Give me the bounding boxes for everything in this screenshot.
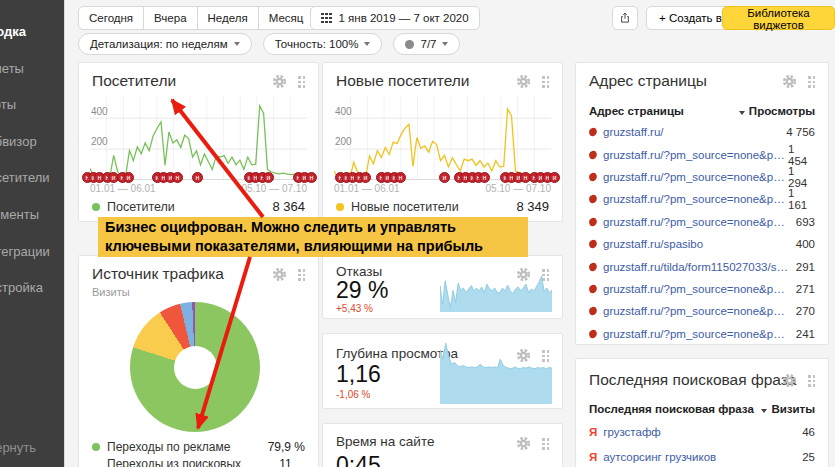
sort-desc-icon xyxy=(739,111,745,115)
period-tab-4[interactable]: Месяц xyxy=(258,6,315,30)
sidebar-item-4[interactable]: Вебвизор xyxy=(0,134,37,149)
widget-library-button[interactable]: Библиотека виджетов xyxy=(722,6,835,30)
drag-handle-icon[interactable] xyxy=(298,269,305,281)
page-url-link[interactable]: gruzstaff.ru/?pm_source=none&pm_b... xyxy=(603,283,788,295)
table-row: gruzstaff.ru/?pm_source=none&pm_b...1 29… xyxy=(589,166,815,188)
comment-marker[interactable]: и xyxy=(123,172,134,183)
x-axis-labels: 01.01 — 06.01 05.10 — 07.10 xyxy=(90,183,307,194)
page-url-link[interactable]: gruzstaff.ru/spasibo xyxy=(603,238,703,250)
widget-subtitle: Визиты xyxy=(92,286,130,298)
views-value: 291 xyxy=(796,261,815,273)
views-value: 1 294 xyxy=(788,165,815,189)
gear-icon[interactable] xyxy=(272,267,287,286)
column-value: Просмотры xyxy=(749,105,815,117)
export-button[interactable] xyxy=(612,6,638,30)
page-url-link[interactable]: gruzstaff.ru/?pm_source=none&pm_b... xyxy=(603,171,788,183)
y-tick: 200 xyxy=(335,136,352,147)
gear-icon[interactable] xyxy=(272,74,287,93)
site-favicon-icon xyxy=(588,149,598,159)
page-url-link[interactable]: gruzstaff.ru/tilda/form115027033/su... xyxy=(603,261,788,273)
comments-dropdown[interactable]: 7/7 xyxy=(393,33,460,55)
speech-bubble-icon xyxy=(405,40,414,49)
views-value: 241 xyxy=(796,328,815,340)
comment-marker[interactable]: и xyxy=(439,172,450,183)
calendar-icon xyxy=(321,13,332,24)
page-url-link[interactable]: gruzstaff.ru/?pm_source=none&pm_b... xyxy=(603,149,788,161)
widget-depth: Глубина просмотра 1,16 -1,06 % xyxy=(322,333,563,409)
date-range-button[interactable]: 1 янв 2019 — 7 окт 2020 xyxy=(310,6,480,30)
sidebar-item-3[interactable]: Карты xyxy=(0,97,16,112)
drag-handle-icon[interactable] xyxy=(298,76,305,88)
visits-value: 25 xyxy=(802,451,815,463)
metrica-dashboard: СводкаОтчетыКартыВебвизорПосетителиСегме… xyxy=(0,0,835,467)
comment-marker[interactable]: н xyxy=(479,172,490,183)
sidebar-collapse-button[interactable]: Свернуть xyxy=(0,440,36,455)
column-sort[interactable]: Просмотры xyxy=(739,105,815,117)
comment-marker[interactable]: н xyxy=(192,172,203,183)
column-sort[interactable]: Визиты xyxy=(761,403,815,415)
widget-title: Источник трафика xyxy=(92,265,224,283)
table-row: gruzstaff.ru/?pm_source=none&pm_b...1 16… xyxy=(589,188,815,210)
x-label-end: 05.10 — 07.10 xyxy=(485,183,551,194)
legend-value: 79,9 % xyxy=(268,440,305,454)
period-tab-2[interactable]: Вчера xyxy=(143,6,197,30)
sidebar-item-2[interactable]: Отчеты xyxy=(0,61,24,76)
search-phrase-link[interactable]: грузстафф xyxy=(603,426,661,438)
sidebar-item-8[interactable]: Настройка xyxy=(0,280,43,295)
period-tab-3[interactable]: Неделя xyxy=(197,6,259,30)
search-phrase-link[interactable]: аутсорсинг грузчиков xyxy=(603,451,716,463)
table-row: gruzstaff.ru/?pm_source=none&pm_b...270 xyxy=(589,300,815,322)
gear-icon[interactable] xyxy=(782,74,797,93)
drag-handle-icon[interactable] xyxy=(808,375,815,387)
widget-bounce: Отказы 29 % +5,43 % xyxy=(322,255,563,319)
series-dot-icon xyxy=(92,203,100,211)
comment-marker[interactable]: и xyxy=(549,172,560,183)
legend-row: Новые посетители 8 349 xyxy=(336,199,549,214)
table-row: gruzstaff.ru/spasibo400 xyxy=(589,233,815,255)
new-visitors-line-chart[interactable] xyxy=(334,95,551,180)
gear-icon[interactable] xyxy=(782,373,797,392)
gear-icon[interactable] xyxy=(516,74,531,93)
comment-marker[interactable]: н xyxy=(306,172,317,183)
total-value: 8 364 xyxy=(272,199,305,214)
sidebar-item-6[interactable]: Сегменты xyxy=(0,207,39,222)
sidebar-item-1[interactable]: Сводка xyxy=(0,24,26,39)
page-url-link[interactable]: gruzstaff.ru/?pm_source=none&pm_b... xyxy=(603,328,788,340)
x-axis-labels: 01.01 — 06.01 05.10 — 07.10 xyxy=(334,183,551,194)
widget-last-phrase: Последняя поисковая фраза Последняя поис… xyxy=(575,358,829,467)
page-url-link[interactable]: gruzstaff.ru/?pm_source=none&pm_b... xyxy=(603,216,788,228)
sidebar-item-5[interactable]: Посетители xyxy=(0,170,50,185)
table-row: gruzstaff.ru/?pm_source=none&pm_b...271 xyxy=(589,278,815,300)
bounce-delta: +5,43 % xyxy=(336,303,373,314)
comment-marker[interactable]: н xyxy=(172,172,183,183)
period-tab-1[interactable]: Сегодня xyxy=(78,6,144,30)
precision-dropdown[interactable]: Точность: 100% xyxy=(263,33,383,55)
gear-icon[interactable] xyxy=(516,436,531,455)
time-value: 0:45 xyxy=(336,452,381,467)
column-value: Визиты xyxy=(771,403,815,415)
table-row: gruzstaff.ru/4 756 xyxy=(589,121,815,143)
drag-handle-icon[interactable] xyxy=(542,76,549,88)
visitors-line-chart[interactable] xyxy=(90,95,307,180)
views-value: 4 756 xyxy=(786,126,815,138)
depth-value: 1,16 xyxy=(336,361,381,388)
page-url-link[interactable]: gruzstaff.ru/?pm_source=none&pm_b... xyxy=(603,305,788,317)
detail-dropdown[interactable]: Детализация: по неделям xyxy=(78,33,252,55)
x-label-start: 01.01 — 06.01 xyxy=(90,183,156,194)
page-url-link[interactable]: gruzstaff.ru/?pm_source=none&pm_b... xyxy=(603,193,788,205)
page-url-link[interactable]: gruzstaff.ru/ xyxy=(603,126,664,138)
comment-marker[interactable]: и xyxy=(360,172,371,183)
site-favicon-icon xyxy=(588,172,598,182)
comment-marker[interactable]: н xyxy=(395,172,406,183)
legend-row: Посетители 8 364 xyxy=(92,199,305,214)
drag-handle-icon[interactable] xyxy=(808,76,815,88)
comment-marker[interactable]: и xyxy=(263,172,274,183)
site-favicon-icon xyxy=(588,261,598,271)
views-value: 1 454 xyxy=(788,143,815,167)
widget-title: Последняя поисковая фраза xyxy=(589,371,796,389)
x-label-start: 01.01 — 06.01 xyxy=(334,183,400,194)
drag-handle-icon[interactable] xyxy=(542,438,549,450)
table-row: gruzstaff.ru/tilda/form115027033/su...29… xyxy=(589,255,815,277)
sidebar-item-7[interactable]: Интеграции xyxy=(0,244,50,259)
column-name: Последняя поисковая фраза xyxy=(589,403,754,415)
